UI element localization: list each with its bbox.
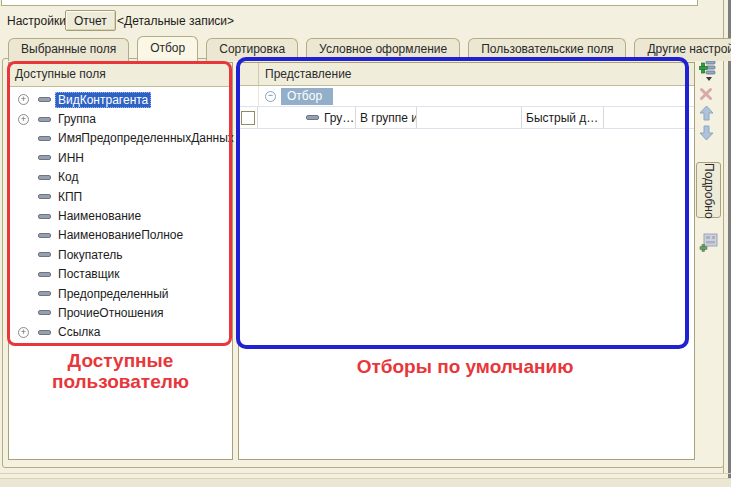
tab-filter[interactable]: Отбор xyxy=(137,36,198,64)
move-down-icon[interactable] xyxy=(699,125,714,144)
move-up-icon[interactable] xyxy=(699,105,714,124)
annotation-red-box xyxy=(7,61,232,346)
status-strip xyxy=(0,478,731,487)
report-settings-window: Настройки: Отчет <Детальные записи> Выбр… xyxy=(0,0,731,487)
settings-label: Настройки: xyxy=(7,14,69,28)
annotation-right-label: Отборы по умолчанию xyxy=(325,356,605,377)
report-variant-text: <Детальные записи> xyxy=(117,14,234,28)
top-field-strip xyxy=(1,0,698,6)
annotation-left-label: Доступные пользователю xyxy=(18,350,223,393)
delete-icon[interactable] xyxy=(699,87,713,104)
report-button[interactable]: Отчет xyxy=(65,10,116,31)
annotation-blue-box xyxy=(236,57,689,349)
tab-selected-fields[interactable]: Выбранные поля xyxy=(8,38,129,61)
add-icon[interactable] xyxy=(699,59,716,79)
add-dropdown-arrow-icon[interactable] xyxy=(706,77,712,81)
user-settings-icon[interactable] xyxy=(699,233,718,255)
bottom-divider xyxy=(0,473,731,474)
detail-button[interactable]: Подробно xyxy=(696,162,721,218)
right-divider xyxy=(723,0,724,473)
